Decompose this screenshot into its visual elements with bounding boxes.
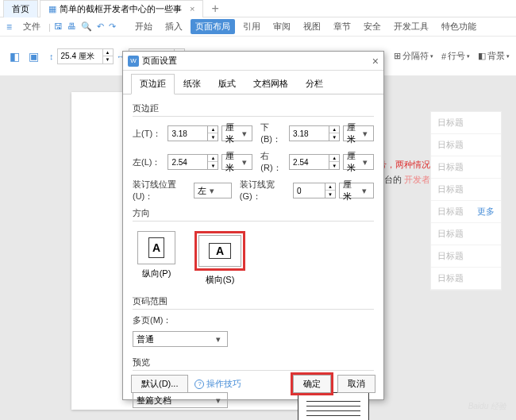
preview-icon[interactable]: 🔍 bbox=[81, 21, 92, 32]
tab-grid[interactable]: 文档网格 bbox=[245, 74, 297, 94]
multipage-label: 多页(M)： bbox=[133, 314, 177, 326]
outline-item[interactable]: 日标题 bbox=[431, 245, 501, 268]
left-label: 左(L)： bbox=[133, 156, 164, 168]
app-icon: W bbox=[128, 56, 139, 67]
menu-chapter[interactable]: 章节 bbox=[329, 19, 356, 34]
outline-item[interactable]: 日标题 bbox=[431, 134, 501, 156]
right-field[interactable]: 2.54▲▼ bbox=[289, 154, 340, 170]
left-unit[interactable]: 厘米▾ bbox=[221, 154, 252, 170]
doc-icon: ▦ bbox=[48, 4, 56, 14]
group-preview: 预览 bbox=[133, 356, 374, 371]
print-icon[interactable]: 🖶 bbox=[67, 21, 76, 32]
breaks-button[interactable]: ⊞分隔符▾ bbox=[394, 50, 433, 62]
width-spinner[interactable]: ▲▼ bbox=[57, 48, 114, 64]
close-icon[interactable]: × bbox=[190, 4, 194, 13]
group-orientation: 方向 bbox=[133, 207, 374, 222]
tab-home[interactable]: 首页 bbox=[3, 0, 38, 17]
orientation-portrait[interactable]: 纵向(P) bbox=[137, 231, 175, 286]
menu-bar: ≡ 文件 | 🖫 🖶 🔍 ↶ ↷ 开始 插入 页面布局 引用 审阅 视图 章节 … bbox=[0, 17, 516, 37]
bottom-label: 下(B)： bbox=[260, 121, 286, 145]
menu-insert[interactable]: 插入 bbox=[160, 19, 187, 34]
bottom-unit[interactable]: 厘米▾ bbox=[343, 125, 374, 141]
theme-icon[interactable]: ◧ bbox=[6, 48, 22, 64]
width-input[interactable] bbox=[58, 52, 102, 60]
dialog-title: 页面设置 bbox=[142, 55, 177, 67]
group-range: 页码范围 bbox=[133, 295, 374, 310]
save-icon[interactable]: 🖫 bbox=[54, 21, 63, 32]
tab-layout[interactable]: 版式 bbox=[210, 74, 245, 94]
outline-item[interactable]: 日标题 bbox=[431, 223, 501, 245]
undo-icon[interactable]: ↶ bbox=[97, 21, 104, 32]
tab-paper[interactable]: 纸张 bbox=[175, 74, 210, 94]
ok-button[interactable]: 确定 bbox=[293, 375, 331, 393]
right-label: 右(R)： bbox=[260, 150, 286, 174]
menu-page-layout[interactable]: 页面布局 bbox=[191, 19, 235, 34]
top-unit[interactable]: 厘米▾ bbox=[221, 125, 252, 141]
app-menu-icon[interactable]: ≡ bbox=[6, 21, 12, 33]
top-field[interactable]: 3.18▲▼ bbox=[168, 125, 218, 141]
tab-columns[interactable]: 分栏 bbox=[297, 74, 332, 94]
gutter-width-unit[interactable]: 厘米▾ bbox=[339, 183, 374, 198]
close-button[interactable]: × bbox=[372, 55, 379, 67]
down-icon[interactable]: ▼ bbox=[103, 56, 113, 64]
preview-thumbnail bbox=[298, 392, 369, 420]
outline-sidebar: 日标题 日标题 日标题 日标题 日标题更多 日标题 日标题 日标题 bbox=[430, 111, 502, 291]
top-label: 上(T)： bbox=[133, 128, 164, 140]
document-tabs: 首页 ▦ 简单的截框开发者中心的一些事 × + bbox=[0, 0, 516, 17]
dialog-titlebar: W 页面设置 × bbox=[123, 52, 383, 71]
bottom-field[interactable]: 3.18▲▼ bbox=[289, 125, 340, 141]
gutter-width-field[interactable]: 0▲▼ bbox=[293, 183, 336, 198]
outline-item[interactable]: 日标题 bbox=[431, 179, 501, 201]
menu-view[interactable]: 视图 bbox=[298, 19, 325, 34]
menu-review[interactable]: 审阅 bbox=[268, 19, 295, 34]
menu-start[interactable]: 开始 bbox=[130, 19, 157, 34]
menu-features[interactable]: 特色功能 bbox=[437, 19, 481, 34]
margins-icon[interactable]: ▣ bbox=[25, 48, 41, 64]
tab-margins[interactable]: 页边距 bbox=[131, 74, 175, 94]
dialog-tabs: 页边距 纸张 版式 文档网格 分栏 bbox=[123, 71, 383, 94]
cancel-button[interactable]: 取消 bbox=[337, 375, 375, 393]
right-unit[interactable]: 厘米▾ bbox=[343, 154, 374, 170]
gutter-width-label: 装订线宽(G)： bbox=[240, 179, 290, 202]
outline-item[interactable]: 日标题 bbox=[431, 268, 501, 290]
menu-devtools[interactable]: 开发工具 bbox=[389, 19, 433, 34]
dialog-footer: 默认(D)... ?操作技巧 确定 取消 bbox=[131, 375, 375, 393]
gutter-pos-label: 装订线位置(U)： bbox=[133, 179, 191, 202]
outline-item[interactable]: 日标题更多 bbox=[431, 201, 501, 223]
outline-item[interactable]: 日标题 bbox=[431, 156, 501, 179]
outline-item[interactable]: 日标题 bbox=[431, 112, 501, 134]
quick-icons: 🖫 🖶 🔍 ↶ ↷ bbox=[54, 21, 116, 32]
orientation-landscape[interactable]: 横向(S) bbox=[194, 231, 245, 286]
gutter-pos-select[interactable]: 左▾ bbox=[194, 183, 232, 198]
line-numbers-button[interactable]: #行号▾ bbox=[441, 50, 470, 62]
menu-reference[interactable]: 引用 bbox=[238, 19, 265, 34]
redo-icon[interactable]: ↷ bbox=[109, 21, 116, 32]
default-button[interactable]: 默认(D)... bbox=[131, 375, 188, 393]
menu-security[interactable]: 安全 bbox=[359, 19, 386, 34]
left-field[interactable]: 2.54▲▼ bbox=[168, 154, 218, 170]
tab-doc[interactable]: ▦ 简单的截框开发者中心的一些事 × bbox=[40, 0, 203, 17]
apply-to-select[interactable]: 整篇文档▾ bbox=[133, 392, 228, 408]
group-margins: 页边距 bbox=[133, 102, 374, 117]
menu-file[interactable]: 文件 bbox=[18, 19, 45, 34]
watermark: Baidu 经验 bbox=[468, 401, 506, 412]
background-button[interactable]: ◧背景▾ bbox=[478, 50, 510, 62]
tips-link[interactable]: ?操作技巧 bbox=[194, 378, 241, 390]
up-icon[interactable]: ▲ bbox=[103, 49, 113, 56]
multipage-select[interactable]: 普通▾ bbox=[133, 331, 228, 347]
add-tab-button[interactable]: + bbox=[205, 2, 225, 16]
page-setup-dialog: W 页面设置 × 页边距 纸张 版式 文档网格 分栏 页边距 上(T)： 3.1… bbox=[122, 51, 384, 400]
